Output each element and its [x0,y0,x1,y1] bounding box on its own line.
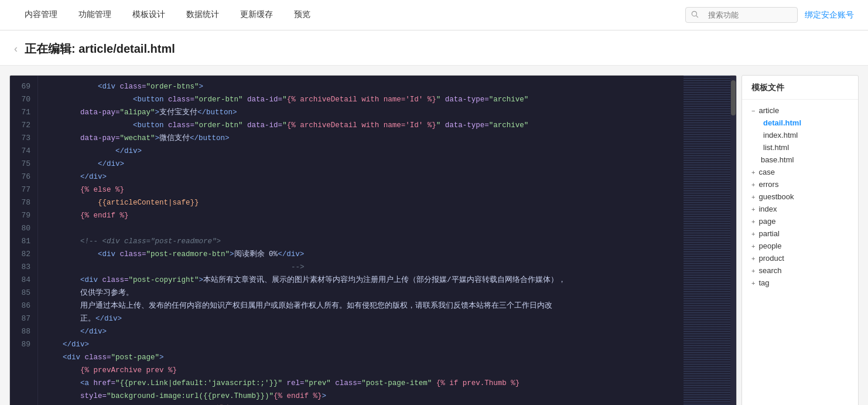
minimap-visual [684,76,730,405]
folder-partial-label: partial [758,229,779,238]
editing-prefix: 正在编辑: [25,42,76,55]
search-input[interactable] [703,8,797,22]
folder-article-label: article [758,106,779,115]
scrollbar-thumb[interactable] [731,80,736,115]
code-editor[interactable]: 6970717273 7475767778 7980818283 8485868… [9,75,737,405]
file-tree-panel: 模板文件 − article detail.html index.html li… [741,75,859,405]
plus-icon: + [751,280,755,287]
folder-errors[interactable]: + errors [742,178,858,190]
code-minimap [684,76,730,405]
folder-partial[interactable]: + partial [742,227,858,240]
page-header: ‹ 正在编辑: article/detail.html [0,30,868,66]
search-button[interactable] [686,8,703,22]
folder-search-label: search [758,266,781,275]
folder-people[interactable]: + people [742,240,858,252]
file-detail-html[interactable]: detail.html [742,117,858,129]
search-icon [691,10,699,18]
back-arrow-icon[interactable]: ‹ [14,43,18,55]
file-base-html[interactable]: base.html [742,154,858,166]
plus-icon: + [751,230,755,237]
plus-icon: + [751,218,755,225]
folder-case[interactable]: + case [742,166,858,178]
code-area[interactable]: <div class="order-btns"> <button class="… [38,76,684,405]
nav-cache[interactable]: 更新缓存 [230,0,283,30]
file-detail-label: detail.html [763,118,801,127]
plus-icon: + [751,206,755,213]
minus-icon: − [751,107,755,114]
folder-product-label: product [758,254,784,263]
top-nav: 内容管理 功能管理 模板设计 数据统计 更新缓存 预览 绑定安企账号 [0,0,868,30]
nav-func[interactable]: 功能管理 [68,0,122,30]
folder-errors-label: errors [758,180,778,189]
line-numbers: 6970717273 7475767778 7980818283 8485868… [10,76,38,405]
file-base-label: base.html [761,155,794,164]
plus-icon: + [751,267,755,274]
folder-product[interactable]: + product [742,252,858,264]
folder-tag-label: tag [758,278,769,287]
nav-content[interactable]: 内容管理 [14,0,68,30]
plus-icon: + [751,255,755,262]
nav-template[interactable]: 模板设计 [122,0,176,30]
main-layout: 6970717273 7475767778 7980818283 8485868… [0,66,868,405]
folder-index-label: index [758,205,777,213]
nav-search-area: 绑定安企账号 [685,7,854,23]
file-index-html[interactable]: index.html [742,129,858,141]
folder-people-label: people [758,241,781,250]
search-box [685,7,798,23]
bind-account-link[interactable]: 绑定安企账号 [805,10,854,21]
svg-line-1 [696,16,698,18]
file-panel-title: 模板文件 [742,83,858,100]
folder-search[interactable]: + search [742,264,858,277]
plus-icon: + [751,181,755,188]
page-title: 正在编辑: article/detail.html [25,41,175,57]
file-list-html[interactable]: list.html [742,141,858,154]
plus-icon: + [751,169,755,176]
file-index-label: index.html [763,131,798,139]
plus-icon: + [751,193,755,200]
folder-case-label: case [758,168,774,176]
file-list-label: list.html [763,143,789,152]
folder-index[interactable]: + index [742,203,858,215]
plus-icon: + [751,243,755,250]
folder-guestbook[interactable]: + guestbook [742,190,858,203]
nav-stats[interactable]: 数据统计 [176,0,230,30]
nav-preview[interactable]: 预览 [283,0,321,30]
editor-body: 6970717273 7475767778 7980818283 8485868… [10,76,736,405]
folder-tag[interactable]: + tag [742,277,858,289]
svg-point-0 [692,11,696,16]
folder-page[interactable]: + page [742,215,858,227]
vertical-scrollbar[interactable] [730,76,736,405]
nav-menu: 内容管理 功能管理 模板设计 数据统计 更新缓存 预览 [14,0,321,30]
editing-filename: article/detail.html [78,42,175,55]
folder-article[interactable]: − article [742,104,858,117]
folder-page-label: page [758,217,775,226]
folder-guestbook-label: guestbook [758,192,794,201]
